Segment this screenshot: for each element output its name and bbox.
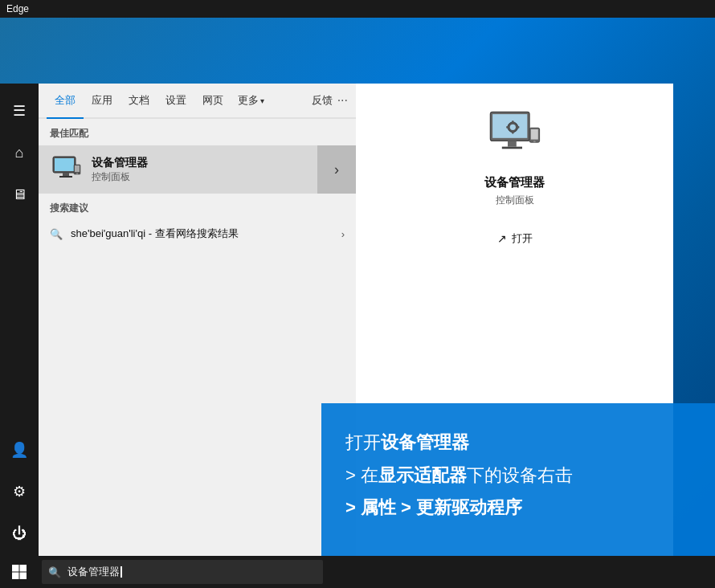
svg-rect-20 bbox=[12, 565, 19, 572]
device-manager-svg bbox=[50, 153, 82, 186]
sidebar-settings[interactable]: ⚙ bbox=[0, 472, 39, 511]
sidebar-home[interactable]: ⌂ bbox=[0, 133, 39, 172]
start-button[interactable] bbox=[0, 556, 39, 588]
svg-rect-5 bbox=[75, 165, 80, 172]
windows-logo-icon bbox=[11, 564, 27, 580]
window-titlebar: Edge bbox=[0, 0, 715, 18]
hamburger-icon: ☰ bbox=[13, 102, 26, 120]
annotation-line-3: > 属性 > 更新驱动程序 bbox=[345, 496, 691, 521]
tab-options-dots[interactable]: ··· bbox=[337, 93, 348, 108]
taskbar: 🔍 设备管理器 bbox=[0, 556, 715, 588]
taskbar-search-box[interactable]: 🔍 设备管理器 bbox=[42, 560, 323, 584]
tab-docs[interactable]: 文档 bbox=[121, 83, 157, 118]
svg-rect-1 bbox=[55, 158, 74, 171]
taskbar-search-text: 设备管理器 bbox=[67, 565, 120, 579]
svg-rect-16 bbox=[501, 147, 521, 149]
sidebar-user[interactable]: 👤 bbox=[0, 431, 39, 469]
tab-settings[interactable]: 设置 bbox=[157, 83, 194, 118]
best-match-item[interactable]: 设备管理器 控制面板 › bbox=[39, 145, 356, 194]
home-icon: ⌂ bbox=[15, 145, 24, 161]
best-match-text: 设备管理器 控制面板 bbox=[92, 156, 345, 184]
search-results-panel: 全部 应用 文档 设置 网页 更多 ▾ 反馈 ··· bbox=[39, 84, 356, 556]
preview-subtitle: 控制面板 bbox=[496, 194, 534, 207]
best-match-subtitle: 控制面板 bbox=[92, 170, 345, 184]
svg-rect-14 bbox=[516, 126, 519, 129]
start-sidebar: ☰ ⌂ 🖥 👤 ⚙ ⏻ bbox=[0, 84, 39, 556]
svg-point-19 bbox=[533, 141, 535, 143]
tab-apps[interactable]: 应用 bbox=[84, 83, 121, 118]
tab-more[interactable]: 更多 ▾ bbox=[231, 87, 271, 114]
sidebar-hamburger[interactable]: ☰ bbox=[0, 92, 39, 130]
best-match-open-arrow[interactable]: › bbox=[317, 145, 356, 194]
suggestion-query: she'bei'guan'li'qi - 查看网络搜索结果 bbox=[71, 227, 341, 241]
svg-rect-15 bbox=[508, 141, 517, 146]
search-suggestion-icon: 🔍 bbox=[50, 228, 63, 240]
document-icon: 🖥 bbox=[12, 186, 27, 203]
best-match-label: 最佳匹配 bbox=[39, 119, 356, 145]
svg-rect-18 bbox=[530, 129, 537, 140]
cursor-indicator bbox=[121, 566, 122, 578]
best-match-title: 设备管理器 bbox=[92, 156, 345, 170]
power-icon: ⏻ bbox=[12, 525, 27, 542]
svg-point-6 bbox=[76, 173, 78, 174]
taskbar-search-icon: 🔍 bbox=[48, 566, 61, 578]
search-suggestion-item[interactable]: 🔍 she'bei'guan'li'qi - 查看网络搜索结果 › bbox=[39, 220, 356, 247]
best-match-app-icon bbox=[50, 153, 82, 186]
annotation-overlay: 打开设备管理器 > 在显示适配器下的设备右击 > 属性 > 更新驱动程序 bbox=[321, 403, 715, 556]
svg-rect-11 bbox=[511, 120, 513, 124]
svg-rect-12 bbox=[511, 131, 513, 134]
suggestion-section-label: 搜索建议 bbox=[39, 194, 356, 220]
suggestion-chevron-icon: › bbox=[341, 228, 345, 240]
annotation-line-2: > 在显示适配器下的设备右击 bbox=[345, 463, 691, 488]
tab-web[interactable]: 网页 bbox=[194, 83, 231, 118]
svg-rect-21 bbox=[20, 565, 27, 572]
user-icon: 👤 bbox=[10, 441, 28, 459]
tab-more-chevron: ▾ bbox=[260, 96, 264, 105]
svg-rect-2 bbox=[63, 173, 69, 176]
settings-icon: ⚙ bbox=[13, 483, 26, 500]
sidebar-documents[interactable]: 🖥 bbox=[0, 175, 39, 214]
sidebar-power[interactable]: ⏻ bbox=[0, 514, 39, 553]
svg-rect-13 bbox=[506, 126, 509, 129]
preview-device-manager-svg bbox=[486, 104, 544, 169]
svg-rect-3 bbox=[59, 176, 72, 178]
svg-rect-23 bbox=[20, 573, 27, 580]
preview-open-button[interactable]: ↗ 打开 bbox=[497, 231, 533, 246]
tab-feedback[interactable]: 反馈 bbox=[312, 93, 333, 108]
search-tabs: 全部 应用 文档 设置 网页 更多 ▾ 反馈 ··· bbox=[39, 84, 356, 119]
window-title-text: Edge bbox=[6, 3, 29, 14]
preview-title: 设备管理器 bbox=[484, 175, 545, 190]
svg-rect-22 bbox=[12, 573, 19, 580]
tab-all[interactable]: 全部 bbox=[47, 84, 84, 119]
open-icon: ↗ bbox=[497, 232, 507, 245]
annotation-line-1: 打开设备管理器 bbox=[345, 431, 691, 455]
svg-point-10 bbox=[509, 125, 515, 130]
preview-app-icon bbox=[486, 108, 544, 165]
